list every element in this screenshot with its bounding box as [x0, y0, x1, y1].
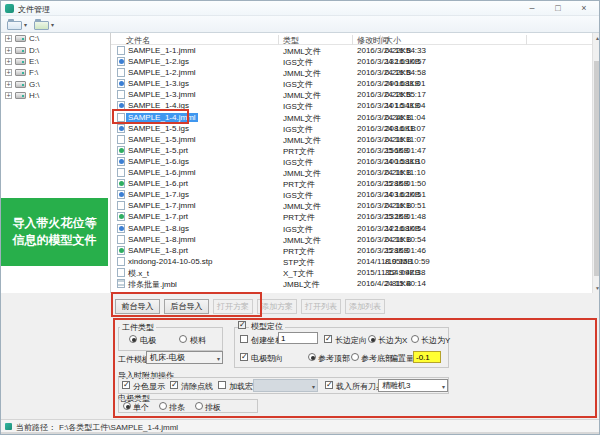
file-row[interactable]: SAMPLE_1-8.igsIGS文件2016/3/24 16:10:54122…: [111, 223, 593, 234]
file-name: SAMPLE_1-8.jmml: [128, 235, 196, 244]
file-row[interactable]: SAMPLE_1-6.jmmlJMML文件2016/3/24 16:11:100…: [111, 167, 593, 178]
file-row[interactable]: SAMPLE_1-4.igsIGS文件2016/3/24 16:11:04101…: [111, 100, 593, 111]
file-row[interactable]: SAMPLE_1-5.igsIGS文件2016/3/24 16:11:07208…: [111, 123, 593, 134]
file-size: 156KB: [385, 146, 409, 155]
recent-folder-button[interactable]: ▾: [31, 17, 57, 31]
folder-icon: [7, 21, 22, 30]
file-row[interactable]: 模.x_tX_T文件2015/11/12 9:42:38354.09KB: [111, 267, 593, 278]
file-row[interactable]: SAMPLE_1-1.jmmlJMML文件2016/3/24 16:54:330…: [111, 45, 593, 56]
radio-strip[interactable]: [159, 402, 167, 410]
sidebar-drive[interactable]: +C:\: [1, 33, 110, 44]
vertical-scrollbar[interactable]: ▲ ▼: [592, 33, 600, 293]
close-icon[interactable]: ×: [573, 2, 595, 15]
maximize-icon[interactable]: □: [547, 2, 569, 15]
file-icon: [117, 90, 125, 99]
file-row[interactable]: 排条批量.jmblJMBL文件2016/4/24 15:40:142.81KB: [111, 278, 593, 289]
background-import-button[interactable]: 后台导入: [164, 299, 209, 314]
chevron-down-icon: ▾: [24, 21, 27, 28]
model-position-label: 模型定位: [249, 321, 285, 332]
file-name: SAMPLE_1-2.igs: [128, 57, 189, 66]
offset-input[interactable]: [413, 351, 441, 363]
file-manager-window: 文件管理 – □ × ▾ ▾ 类型: 所有文件(*.*) +C:\+D:\+E:…: [0, 0, 600, 435]
file-name: SAMPLE_1-5.igs: [128, 124, 189, 133]
create-cs-input[interactable]: [278, 332, 318, 344]
expand-icon[interactable]: +: [5, 58, 12, 65]
file-row[interactable]: SAMPLE_1-7.jmmlJMML文件2016/3/24 16:10:510…: [111, 200, 593, 211]
checkbox-color-display[interactable]: [122, 381, 130, 389]
scroll-down-icon[interactable]: ▼: [593, 283, 600, 293]
file-row[interactable]: SAMPLE_1-5.prtPRT文件2016/3/25 15:01:47156…: [111, 145, 593, 156]
open-folder-button[interactable]: ▾: [4, 17, 30, 31]
expand-icon[interactable]: +: [5, 69, 12, 76]
radio-ref-top[interactable]: [308, 353, 316, 361]
file-type: JMBL文件: [283, 279, 319, 290]
sidebar-drive[interactable]: +G:\: [1, 79, 110, 90]
drive-icon: [15, 47, 26, 54]
file-name: SAMPLE_1-6.igs: [128, 157, 189, 166]
foreground-import-button[interactable]: 前台导入: [115, 299, 160, 314]
file-icon: [117, 46, 125, 55]
file-icon: [117, 235, 125, 244]
checkbox-electrode-orient[interactable]: [240, 353, 248, 361]
radio-long-edge-y[interactable]: [411, 335, 419, 343]
file-row[interactable]: SAMPLE_1-2.jmmlJMML文件2016/3/24 16:54:580…: [111, 67, 593, 78]
sidebar-drive[interactable]: +H:\: [1, 90, 110, 101]
file-row[interactable]: SAMPLE_1-7.igsIGS文件2016/3/24 16:10:51103…: [111, 189, 593, 200]
file-size: 128KB: [385, 246, 409, 255]
radio-mold-material[interactable]: [179, 335, 187, 343]
file-name: SAMPLE_1-5.jmml: [128, 135, 196, 144]
file-name: SAMPLE_1-7.jmml: [128, 201, 196, 210]
file-size: 208.6KB: [385, 124, 416, 133]
file-row[interactable]: SAMPLE_1-6.igsIGS文件2016/3/24 16:11:10100…: [111, 156, 593, 167]
single-label: 单个: [133, 402, 149, 413]
column-divider: [352, 35, 353, 45]
file-row[interactable]: SAMPLE_1-2.igsIGS文件2016/3/24 16:10:57132…: [111, 56, 593, 67]
file-icon: [117, 157, 125, 166]
file-row[interactable]: SAMPLE_1-7.prtPRT文件2016/3/25 15:01:48132…: [111, 211, 593, 222]
radio-long-edge-x[interactable]: [368, 335, 376, 343]
file-size: 128KB: [385, 179, 409, 188]
scroll-up-icon[interactable]: ▲: [593, 33, 600, 43]
checkbox-long-edge[interactable]: [324, 335, 332, 343]
expand-icon[interactable]: +: [5, 92, 12, 99]
file-row[interactable]: SAMPLE_1-3.igsIGS文件2016/3/24 16:11:01290…: [111, 78, 593, 89]
sidebar-drive[interactable]: +E:\: [1, 56, 110, 67]
radio-ref-bottom[interactable]: [351, 353, 359, 361]
file-row[interactable]: SAMPLE_1-8.jmmlJMML文件2016/3/24 16:10:540…: [111, 234, 593, 245]
scrollbar-thumb[interactable]: [594, 61, 600, 276]
expand-icon[interactable]: +: [5, 47, 12, 54]
checkbox-load-all-tools[interactable]: [325, 381, 333, 389]
sidebar-drive[interactable]: +D:\: [1, 44, 110, 55]
file-name: xindong-2014-10-05.stp: [128, 257, 213, 266]
file-row[interactable]: SAMPLE_1-8.prtPRT文件2016/3/25 15:01:46128…: [111, 245, 593, 256]
app-icon: [5, 4, 14, 13]
radio-single[interactable]: [123, 402, 131, 410]
drive-icon: [15, 35, 26, 42]
file-size: 0.22KB: [385, 90, 411, 99]
radio-plate[interactable]: [195, 402, 203, 410]
radio-electrode[interactable]: [129, 335, 137, 343]
checkbox-load-macro[interactable]: [218, 381, 226, 389]
file-size: 0.21KB: [385, 235, 411, 244]
sidebar-drive[interactable]: +F:\: [1, 67, 110, 78]
minimize-icon[interactable]: –: [521, 2, 543, 15]
open-list-button: 打开列表: [301, 299, 341, 314]
file-row[interactable]: SAMPLE_1-4.jmmlJMML文件2016/3/24 16:11:040…: [111, 112, 593, 123]
checkbox-model-position[interactable]: [238, 321, 246, 329]
file-name: SAMPLE_1-7.prt: [128, 212, 188, 221]
column-divider: [380, 35, 381, 45]
expand-icon[interactable]: +: [5, 35, 12, 42]
drive-icon: [15, 81, 26, 88]
workpiece-template-select[interactable]: 机床-电极: [146, 351, 223, 364]
file-row[interactable]: SAMPLE_1-6.prtPRT文件2016/3/25 15:01:50128…: [111, 178, 593, 189]
file-row[interactable]: SAMPLE_1-3.jmmlJMML文件2016/3/24 16:55:170…: [111, 89, 593, 100]
expand-icon[interactable]: +: [5, 81, 12, 88]
file-name: SAMPLE_1-3.igs: [128, 79, 189, 88]
annotation-line-2: 信息的模型文件: [1, 232, 108, 249]
file-icon: [117, 101, 125, 110]
file-row[interactable]: SAMPLE_1-5.jmmlJMML文件2016/3/24 16:11:070…: [111, 134, 593, 145]
checkbox-clear-points[interactable]: [170, 381, 178, 389]
checkbox-create-cs[interactable]: [240, 335, 248, 343]
machine-select[interactable]: 精雕机3: [378, 379, 448, 392]
file-row[interactable]: xindong-2014-10-05.stpSTP文件2014/11/10 15…: [111, 256, 593, 267]
